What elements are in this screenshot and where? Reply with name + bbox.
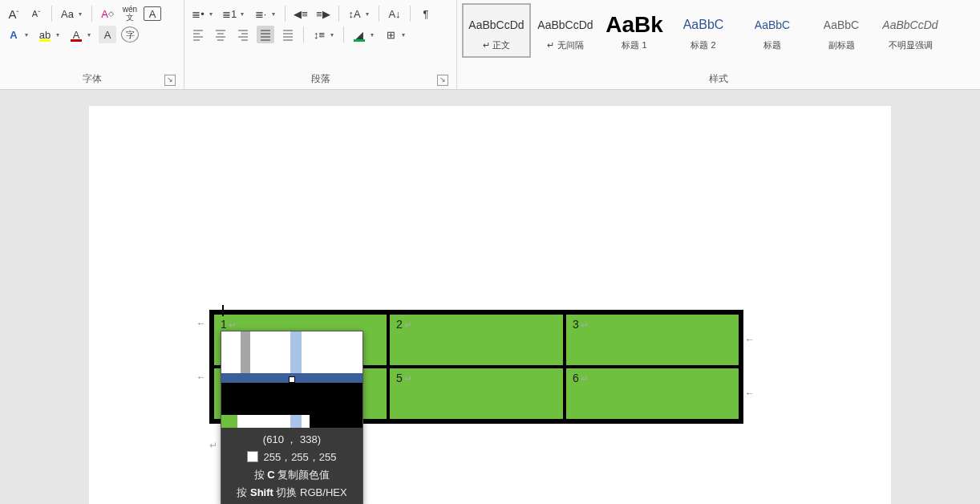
align-center-button[interactable]	[212, 26, 229, 43]
sample-point-icon	[289, 376, 295, 383]
table-cell[interactable]: 3↵←	[565, 312, 741, 367]
styles-group: AaBbCcDd ↵ 正文 AaBbCcDd ↵ 无间隔 AaBk 标题 1 A…	[457, 0, 980, 89]
style-subtitle[interactable]: AaBbC 副标题	[807, 3, 876, 58]
align-left-button[interactable]	[189, 26, 207, 43]
decrease-indent-button[interactable]: ◀≡	[292, 5, 310, 22]
font-group: Aˆ Aˇ Aa▾ A◇ wén文 A A▾ ab▾ A▾ A 字 字体 ↘	[0, 0, 184, 89]
picker-info: (610 ， 338) 255，255，255 按 C 复制颜色值 按 Shif…	[221, 428, 362, 504]
align-justify-button[interactable]	[257, 26, 274, 43]
style-subtle-emph[interactable]: AaBbCcDd 不明显强调	[876, 3, 945, 58]
picker-rgb: 255，255，255	[226, 449, 358, 466]
crosshair-cursor-icon	[217, 305, 229, 316]
text-effects-button[interactable]: A	[5, 26, 22, 43]
picker-hint-copy: 按 C 复制颜色值	[226, 466, 358, 484]
enclose-char-button[interactable]: 字	[121, 26, 139, 43]
page[interactable]: 1↵← 2↵ 3↵← 4↵← 5↵ 6↵← ↵ (61	[89, 106, 891, 504]
style-normal[interactable]: AaBbCcDd ↵ 正文	[462, 3, 531, 58]
paragraph-mark-icon: ↵	[229, 319, 237, 331]
line-spacing-button[interactable]: ↕≡	[310, 26, 328, 43]
grow-font-button[interactable]: Aˆ	[5, 5, 22, 22]
font-group-label: 字体 ↘	[5, 70, 179, 89]
style-heading2[interactable]: AaBbC 标题 2	[669, 3, 738, 58]
styles-group-label: 样式	[462, 70, 975, 89]
shrink-font-button[interactable]: Aˇ	[27, 5, 45, 22]
phonetic-guide-button[interactable]: wén文	[121, 5, 139, 22]
shading-button[interactable]: ◢	[350, 26, 368, 43]
table-cell[interactable]: 6↵←	[565, 367, 741, 421]
show-marks-button[interactable]: ¶	[417, 5, 435, 22]
multilevel-button[interactable]: ≣·	[252, 5, 269, 22]
increase-indent-button[interactable]: ≡▶	[314, 5, 332, 22]
table-cell[interactable]: 5↵	[388, 367, 565, 421]
bullets-button[interactable]: ≣•	[189, 5, 207, 22]
font-dialog-launcher[interactable]: ↘	[164, 75, 176, 86]
align-distribute-button[interactable]	[279, 26, 297, 43]
paragraph-group: ≣•▾ ≣1▾ ≣·▾ ◀≡ ≡▶ ↕A▾ A↓ ¶ ↕≡▾	[184, 0, 457, 89]
text-direction-button[interactable]: ↕A	[346, 5, 363, 22]
picker-hint-toggle: 按 Shift 切换 RGB/HEX	[226, 484, 358, 502]
picker-coords: (610 ， 338)	[226, 431, 358, 449]
font-color-button[interactable]: A	[67, 26, 85, 43]
sort-button[interactable]: A↓	[386, 5, 403, 22]
change-case-button[interactable]: Aa	[59, 5, 76, 22]
color-picker-tooltip: (610 ， 338) 255，255，255 按 C 复制颜色值 按 Shif…	[221, 331, 363, 504]
styles-gallery[interactable]: AaBbCcDd ↵ 正文 AaBbCcDd ↵ 无间隔 AaBk 标题 1 A…	[462, 2, 975, 59]
char-shading-button[interactable]: A	[99, 26, 116, 43]
paragraph-mark-icon: ↵	[209, 440, 217, 451]
ribbon: Aˆ Aˇ Aa▾ A◇ wén文 A A▾ ab▾ A▾ A 字 字体 ↘	[0, 0, 980, 90]
magnifier-preview	[221, 331, 362, 428]
style-no-spacing[interactable]: AaBbCcDd ↵ 无间隔	[531, 3, 600, 58]
color-swatch-icon	[247, 451, 258, 462]
align-right-button[interactable]	[234, 26, 252, 43]
paragraph-group-label: 段落 ↘	[189, 70, 452, 89]
style-title[interactable]: AaBbC 标题	[738, 3, 807, 58]
borders-button[interactable]: ⊞	[382, 26, 399, 43]
char-border-button[interactable]: A	[144, 6, 161, 21]
paragraph-dialog-launcher[interactable]: ↘	[437, 75, 448, 86]
style-heading1[interactable]: AaBk 标题 1	[600, 3, 669, 58]
numbering-button[interactable]: ≣1	[221, 5, 238, 22]
table-cell[interactable]: 2↵	[388, 312, 565, 367]
highlight-button[interactable]: ab	[36, 26, 54, 43]
clear-format-button[interactable]: A◇	[99, 5, 116, 22]
workspace[interactable]: 1↵← 2↵ 3↵← 4↵← 5↵ 6↵← ↵ (61	[0, 90, 980, 504]
